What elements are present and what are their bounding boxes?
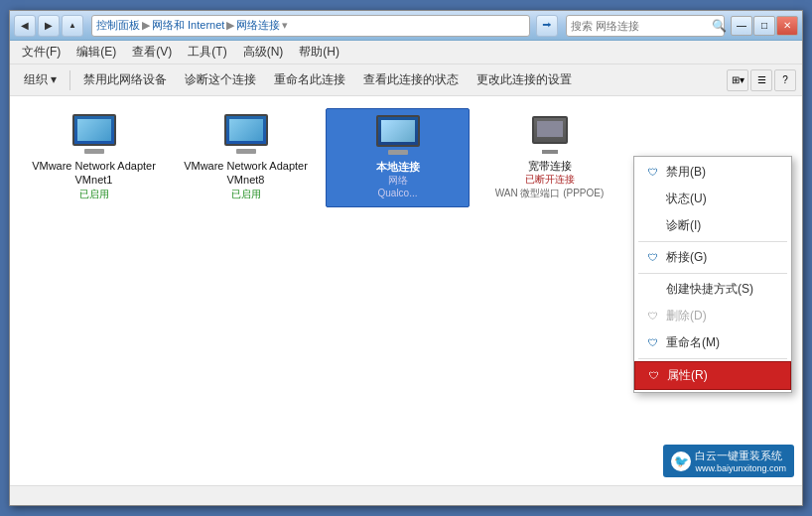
close-button[interactable]: ✕ bbox=[776, 16, 798, 36]
ctx-status-icon bbox=[646, 193, 660, 206]
shield-icon-props: 🛡 bbox=[647, 369, 661, 383]
menu-file[interactable]: 文件(F) bbox=[14, 42, 68, 63]
ctx-rename[interactable]: 🛡 重命名(M) bbox=[634, 329, 791, 356]
toolbar-organize[interactable]: 组织 ▾ bbox=[16, 68, 65, 91]
menu-tools[interactable]: 工具(T) bbox=[180, 42, 234, 63]
toolbar-settings[interactable]: 更改此连接的设置 bbox=[469, 68, 580, 91]
vmnet8-label: VMware Network Adapter VMnet8 bbox=[180, 159, 312, 188]
search-box[interactable]: 🔍 bbox=[566, 15, 725, 37]
breadcrumb-item[interactable]: 网络和 Internet bbox=[152, 18, 224, 33]
shield-icon-rename: 🛡 bbox=[646, 336, 660, 350]
ctx-disable[interactable]: 🛡 禁用(B) bbox=[634, 159, 791, 186]
main-window: ◀ ▶ ▲ 控制面板 ▶ 网络和 Internet ▶ 网络连接 ▾ ⮕ 🔍 —… bbox=[9, 10, 803, 506]
ctx-diagnose-icon bbox=[646, 219, 660, 233]
title-controls: — □ ✕ bbox=[731, 16, 798, 36]
network-item-vmnet8[interactable]: VMware Network Adapter VMnet8 已启用 bbox=[174, 108, 318, 207]
toolbar-sep-1 bbox=[69, 70, 70, 90]
search-input[interactable] bbox=[571, 20, 708, 32]
view-options-button[interactable]: ⊞▾ bbox=[727, 69, 748, 91]
maximize-button[interactable]: □ bbox=[753, 16, 775, 36]
network-item-local[interactable]: 本地连接 网络 Qualco... bbox=[326, 108, 470, 207]
watermark-logo: 🐦 bbox=[671, 452, 691, 471]
ctx-shortcut-icon bbox=[646, 283, 660, 297]
ctx-bridge[interactable]: 🛡 桥接(G) bbox=[634, 244, 791, 271]
main-content: VMware Network Adapter VMnet1 已启用 VMware… bbox=[10, 96, 802, 485]
toolbar: 组织 ▾ 禁用此网络设备 诊断这个连接 重命名此连接 查看此连接的状态 更改此连… bbox=[10, 64, 802, 96]
vmnet8-status: 已启用 bbox=[231, 188, 261, 201]
title-bar: ◀ ▶ ▲ 控制面板 ▶ 网络和 Internet ▶ 网络连接 ▾ ⮕ 🔍 —… bbox=[10, 11, 802, 41]
breadcrumb-item[interactable]: 控制面板 bbox=[96, 18, 140, 33]
toolbar-disable[interactable]: 禁用此网络设备 bbox=[75, 68, 175, 91]
ctx-status[interactable]: 状态(U) bbox=[634, 186, 791, 212]
view-toggle-button[interactable]: ☰ bbox=[750, 69, 772, 91]
menu-edit[interactable]: 编辑(E) bbox=[68, 42, 124, 63]
vmnet1-status: 已启用 bbox=[79, 188, 109, 201]
toolbar-status[interactable]: 查看此连接的状态 bbox=[355, 68, 467, 91]
network-item-broadband[interactable]: 宽带连接 已断开连接 WAN 微型端口 (PPPOE) bbox=[477, 108, 621, 207]
status-bar bbox=[10, 485, 802, 505]
menu-advanced[interactable]: 高级(N) bbox=[235, 42, 292, 63]
search-icon: 🔍 bbox=[712, 19, 727, 33]
menu-bar: 文件(F) 编辑(E) 查看(V) 工具(T) 高级(N) 帮助(H) bbox=[10, 41, 802, 64]
watermark-text: 白云一键重装系统 www.baiyunxitong.com bbox=[695, 449, 786, 473]
help-button[interactable]: ? bbox=[774, 69, 796, 91]
menu-help[interactable]: 帮助(H) bbox=[291, 42, 347, 63]
shield-icon-delete: 🛡 bbox=[646, 310, 660, 323]
local-label: 本地连接 bbox=[376, 160, 420, 174]
vmnet1-icon bbox=[68, 114, 120, 156]
local-detail: Qualco... bbox=[377, 188, 417, 198]
broadband-detail: WAN 微型端口 (PPPOE) bbox=[495, 187, 605, 200]
vmnet1-label: VMware Network Adapter VMnet1 bbox=[28, 159, 160, 188]
local-icon bbox=[372, 115, 424, 157]
network-item-vmnet1[interactable]: VMware Network Adapter VMnet1 已启用 bbox=[22, 108, 166, 207]
shield-icon-bridge: 🛡 bbox=[646, 251, 660, 265]
ctx-diagnose[interactable]: 诊断(I) bbox=[634, 212, 791, 239]
broadband-icon bbox=[524, 114, 576, 156]
context-menu: 🛡 禁用(B) 状态(U) 诊断(I) 🛡 桥接(G) 创建快捷方式(S) bbox=[633, 156, 792, 393]
go-button[interactable]: ⮕ bbox=[536, 15, 558, 37]
forward-button[interactable]: ▶ bbox=[38, 15, 60, 37]
ctx-properties[interactable]: 🛡 属性(R) bbox=[634, 361, 791, 390]
toolbar-rename[interactable]: 重命名此连接 bbox=[266, 68, 353, 91]
breadcrumb-item-current[interactable]: 网络连接 bbox=[236, 18, 280, 33]
toolbar-right: ⊞▾ ☰ ? bbox=[727, 69, 796, 91]
nav-buttons: ◀ ▶ ▲ bbox=[14, 15, 83, 37]
up-button[interactable]: ▲ bbox=[62, 15, 83, 37]
shield-icon-disable: 🛡 bbox=[646, 166, 660, 180]
watermark: 🐦 白云一键重装系统 www.baiyunxitong.com bbox=[663, 445, 794, 477]
back-button[interactable]: ◀ bbox=[14, 15, 36, 37]
local-status: 网络 bbox=[388, 174, 408, 188]
toolbar-diagnose[interactable]: 诊断这个连接 bbox=[177, 68, 264, 91]
ctx-shortcut[interactable]: 创建快捷方式(S) bbox=[634, 276, 791, 303]
menu-view[interactable]: 查看(V) bbox=[124, 42, 180, 63]
ctx-sep-3 bbox=[638, 358, 787, 359]
address-bar[interactable]: 控制面板 ▶ 网络和 Internet ▶ 网络连接 ▾ bbox=[91, 15, 530, 37]
ctx-sep-2 bbox=[638, 273, 787, 274]
vmnet8-icon bbox=[220, 114, 272, 156]
title-left: ◀ ▶ ▲ 控制面板 ▶ 网络和 Internet ▶ 网络连接 ▾ ⮕ 🔍 bbox=[14, 15, 725, 37]
ctx-sep-1 bbox=[638, 241, 787, 242]
ctx-delete[interactable]: 🛡 删除(D) bbox=[634, 303, 791, 329]
broadband-label: 宽带连接 bbox=[528, 159, 572, 173]
broadband-status: 已断开连接 bbox=[525, 173, 575, 187]
minimize-button[interactable]: — bbox=[731, 16, 752, 36]
